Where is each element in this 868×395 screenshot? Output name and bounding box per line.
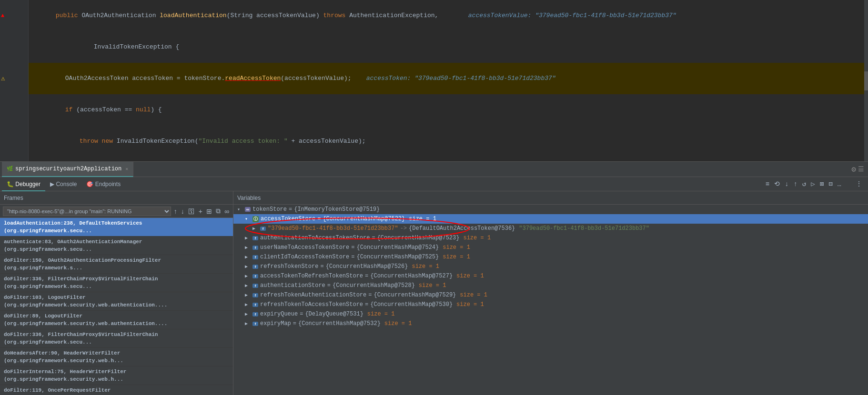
code-line-6: } <box>0 157 868 162</box>
down-frame-button[interactable]: ↓ <box>180 207 185 216</box>
var-refreshTokenAuth[interactable]: ▶ f refreshTokenAuthenticationStore = {C… <box>233 290 868 300</box>
debugger-toolbar: ≡ ⟲ ↓ ↑ ↺ ▷ ⊠ ⊟ … ⋮ <box>762 179 866 189</box>
type-icon-refreshTokenAuth: f <box>252 293 258 297</box>
code-editor: ▲ public OAuth2Authentication loadAuthen… <box>0 0 868 162</box>
variables-header: Variables <box>233 191 868 205</box>
variables-title: Variables <box>237 195 261 201</box>
panel-options-icon[interactable]: ⋮ <box>855 179 863 189</box>
code-line-2: InvalidTokenException { <box>0 31 868 63</box>
code-line-5: throw new InvalidTokenException("Invalid… <box>0 126 868 157</box>
line-gutter-1: ▲ <box>0 0 29 31</box>
frame-item-7[interactable]: doHeadersAfter:90, HeaderWriterFilter (o… <box>0 348 233 366</box>
expand-arrow-token-key[interactable]: ▶ <box>252 226 258 231</box>
evaluate-icon[interactable]: ▷ <box>810 179 816 189</box>
expand-arrow-authStore[interactable]: ▶ <box>245 283 251 288</box>
var-authStore[interactable]: ▶ f authenticationStore = {ConcurrentHas… <box>233 281 868 290</box>
copy-stack-button[interactable]: ⧉ <box>215 206 222 216</box>
extra-icon[interactable]: … <box>837 179 842 189</box>
type-icon-userNameToAccess: f <box>252 246 258 250</box>
type-icon-expiryMap: f <box>252 322 258 326</box>
type-icon-token-key: f <box>260 227 266 231</box>
frame-item-6[interactable]: doFilter:336, FilterChainProxy$VirtualFi… <box>0 329 233 348</box>
show-execution-point-icon[interactable]: ≡ <box>765 179 770 189</box>
frame-item-3[interactable]: doFilter:336, FilterChainProxy$VirtualFi… <box>0 274 233 292</box>
editor-scrollbar-thumb[interactable] <box>864 71 868 90</box>
var-token-key[interactable]: ▶ f "379ead50-fbc1-41f8-bb3d-51e71d23bb3… <box>233 224 868 233</box>
expand-arrow-expiryMap[interactable]: ▶ <box>245 321 251 326</box>
var-accessToRefresh[interactable]: ▶ f accessTokenToRefreshTokenStore = {Co… <box>233 271 868 281</box>
var-refreshToAccess[interactable]: ▶ f refreshTokenToAccessTokenStore = {Co… <box>233 300 868 309</box>
code-content-1: public OAuth2Authentication loadAuthenti… <box>29 0 868 31</box>
add-frame-button[interactable]: + <box>198 207 203 216</box>
frames-list: loadAuthentication:238, DefaultTokenServ… <box>0 218 233 395</box>
step-into-icon[interactable]: ↓ <box>784 179 789 189</box>
line-gutter-5 <box>0 126 29 157</box>
run-to-cursor-icon[interactable]: ↺ <box>801 179 807 189</box>
tab-list-icon[interactable]: ☰ <box>858 165 864 173</box>
expand-arrow-tokenStore[interactable]: ▾ <box>237 207 243 212</box>
expand-arrow-refreshToken[interactable]: ▶ <box>245 264 251 269</box>
arrow-up-icon: ▲ <box>1 10 4 21</box>
frame-item-9[interactable]: doFilter:119, OncePerRequestFilter (org.… <box>0 385 233 395</box>
frames-panel: Frames "http-nio-8080-exec-5"@...in grou… <box>0 191 233 395</box>
var-userNameToAccess[interactable]: ▶ f userNameToAccessTokenStore = {Concur… <box>233 243 868 252</box>
type-icon-tokenStore: ∞ <box>245 207 251 212</box>
frames-icon[interactable]: ⊠ <box>819 179 825 189</box>
tab-close-button[interactable]: ✕ <box>125 166 128 172</box>
file-tab-label: springsecurityoaurh2Application <box>15 166 121 172</box>
var-refreshToken[interactable]: ▶ f refreshTokenStore = {ConcurrentHashM… <box>233 262 868 271</box>
var-expiryMap[interactable]: ▶ f expiryMap = {ConcurrentHashMap@7532}… <box>233 319 868 328</box>
warning-icon: ⚠ <box>1 73 5 84</box>
editor-scrollbar[interactable] <box>864 0 868 162</box>
debugger-tabs-bar: 🐛 Debugger ▶ Console 🎯 Endpoints ≡ ⟲ ↓ ↑… <box>0 177 868 191</box>
type-icon-authStore: f <box>252 284 258 288</box>
code-content-3: OAuth2AccessToken accessToken = tokenSto… <box>29 63 868 94</box>
type-icon-accessTokenStore: ⓘ <box>252 216 259 222</box>
frame-item-2[interactable]: doFilter:150, OAuth2AuthenticationProces… <box>0 255 233 274</box>
expand-arrow-authToAccess[interactable]: ▶ <box>245 235 251 241</box>
tab-endpoints[interactable]: 🎯 Endpoints <box>81 177 125 191</box>
infinity-button[interactable]: ∞ <box>223 207 230 216</box>
var-accessTokenStore[interactable]: ▾ ⓘ accessTokenStore = {ConcurrentHashMa… <box>233 214 868 224</box>
expand-arrow-expiryQueue[interactable]: ▶ <box>245 311 251 317</box>
frame-item-8[interactable]: doFilterInternal:75, HeaderWriterFilter … <box>0 366 233 385</box>
type-icon-clientIdToAccess: f <box>252 255 258 259</box>
var-tokenStore[interactable]: ▾ ∞ tokenStore = {InMemoryTokenStore@751… <box>233 205 868 214</box>
settings-gear-icon[interactable]: ⚙ <box>851 165 856 174</box>
step-over-icon[interactable]: ⟲ <box>773 179 781 189</box>
more-icon[interactable]: ⊟ <box>828 179 833 189</box>
expand-arrow-clientIdToAccess[interactable]: ▶ <box>245 254 251 260</box>
filter-frame-button[interactable]: ⚿ <box>187 207 196 216</box>
type-icon-expiryQueue: f <box>252 312 258 316</box>
step-out-icon[interactable]: ↑ <box>792 179 798 189</box>
expand-arrow-refreshToAccess[interactable]: ▶ <box>245 302 251 307</box>
type-icon-refreshToAccess: f <box>252 303 258 307</box>
frame-item-1[interactable]: authenticate:83, OAuth2AuthenticationMan… <box>0 237 233 255</box>
type-icon-refreshToken: f <box>252 265 258 269</box>
var-expiryQueue[interactable]: ▶ f expiryQueue = {DelayQueue@7531} size… <box>233 309 868 319</box>
thread-dropdown[interactable]: "http-nio-8080-exec-5"@...in group "main… <box>3 207 171 216</box>
frame-item-5[interactable]: doFilter:89, LogoutFilter (org.springfra… <box>0 311 233 329</box>
type-icon-authToAccess: f <box>252 236 258 240</box>
token-key-text: "379ead50-fbc1-41f8-bb3d-51e71d23bb37" <box>268 225 398 232</box>
expand-arrow-accessToRefresh[interactable]: ▶ <box>245 273 251 279</box>
code-content-6: } <box>29 157 868 162</box>
frame-item-4[interactable]: doFilter:103, LogoutFilter (org.springfr… <box>0 292 233 311</box>
expand-arrow-userNameToAccess[interactable]: ▶ <box>245 245 251 250</box>
tab-debugger[interactable]: 🐛 Debugger <box>2 177 45 191</box>
var-authToAccess[interactable]: ▶ f authenticationToAccessTokenStore = {… <box>233 233 868 243</box>
code-line-1: ▲ public OAuth2Authentication loadAuthen… <box>0 0 868 31</box>
frame-item-0[interactable]: loadAuthentication:238, DefaultTokenServ… <box>0 218 233 237</box>
up-frame-button[interactable]: ↑ <box>173 207 178 216</box>
type-icon-accessToRefresh: f <box>252 274 258 278</box>
expand-arrow-refreshTokenAuth[interactable]: ▶ <box>245 292 251 298</box>
code-line-4: if (accessToken == null) { <box>0 94 868 126</box>
expand-arrow-accessTokenStore[interactable]: ▾ <box>245 216 251 222</box>
copy-frame-button[interactable]: ⊞ <box>205 207 213 216</box>
var-clientIdToAccess[interactable]: ▶ f clientIdToAccessTokenStore = {Concur… <box>233 252 868 262</box>
code-line-3: ⚠ OAuth2AccessToken accessToken = tokenS… <box>0 63 868 94</box>
tab-console[interactable]: ▶ Console <box>45 177 81 191</box>
variables-panel: Variables ▾ ∞ tokenStore = {InMemoryToke… <box>233 191 868 395</box>
frames-toolbar: "http-nio-8080-exec-5"@...in group "main… <box>0 205 233 218</box>
file-tab-active[interactable]: 🌿 springsecurityoaurh2Application ✕ <box>2 162 133 177</box>
